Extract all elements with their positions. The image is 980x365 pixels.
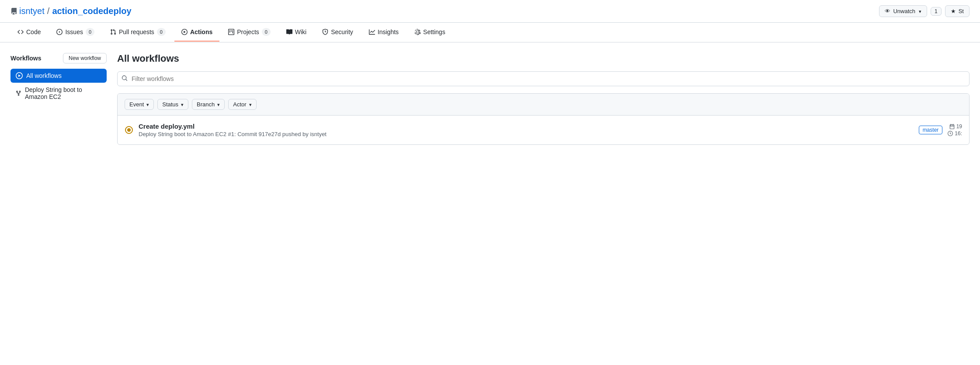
- tab-security[interactable]: Security: [315, 23, 360, 42]
- tab-pull-requests[interactable]: Pull requests 0: [103, 23, 173, 42]
- issue-icon: [56, 29, 63, 35]
- filter-container: [117, 71, 970, 86]
- repo-owner[interactable]: isntyet: [19, 6, 45, 16]
- workflow-meta: 19 16:: [948, 123, 962, 137]
- tab-insights[interactable]: Insights: [362, 23, 406, 42]
- search-icon: [122, 75, 128, 83]
- all-workflows-icon: [16, 72, 23, 79]
- top-bar: isntyet / action_codedeploy 👁 Unwatch 1 …: [0, 0, 980, 23]
- pr-icon: [110, 29, 116, 35]
- pr-badge: 0: [157, 28, 166, 36]
- content-area: All workflows Event Status: [117, 53, 970, 145]
- pending-status-inner: [127, 128, 131, 132]
- event-chevron: [146, 101, 149, 108]
- tab-settings[interactable]: Settings: [407, 23, 452, 42]
- tab-actions-label: Actions: [190, 28, 212, 35]
- star-button[interactable]: ★ St: [945, 5, 970, 17]
- deploy-workflow-label: Deploy String boot to Amazon EC2: [25, 86, 101, 100]
- workflow-info: Create deploy.yml Deploy String boot to …: [139, 123, 914, 137]
- page-title: All workflows: [117, 53, 970, 64]
- unwatch-button[interactable]: 👁 Unwatch: [879, 5, 927, 17]
- event-label: Event: [129, 101, 144, 108]
- calendar-icon: [949, 124, 955, 129]
- status-filter-button[interactable]: Status: [157, 99, 188, 110]
- filter-input[interactable]: [117, 71, 970, 86]
- code-icon: [17, 29, 24, 35]
- tab-insights-label: Insights: [378, 28, 399, 35]
- workflow-name[interactable]: Create deploy.yml: [139, 123, 914, 130]
- branch-chevron: [216, 101, 220, 108]
- branch-label: Branch: [197, 101, 215, 108]
- table-row: Create deploy.yml Deploy String boot to …: [118, 116, 969, 144]
- workflow-table-header: Event Status Branch Actor: [118, 94, 969, 116]
- tab-wiki[interactable]: Wiki: [279, 23, 313, 42]
- star-label: St: [959, 8, 964, 14]
- tab-security-label: Security: [331, 28, 353, 35]
- status-icon: [125, 126, 133, 134]
- repo-separator: /: [47, 6, 50, 16]
- sidebar-header: Workflows New workflow: [10, 53, 107, 63]
- workflow-time-row: 16:: [948, 130, 962, 137]
- repo-title: isntyet / action_codedeploy: [10, 6, 132, 16]
- status-label: Status: [162, 101, 178, 108]
- star-icon: ★: [951, 8, 956, 14]
- pending-status-icon: [125, 126, 133, 134]
- workflow-description: Deploy String boot to Amazon EC2 #1: Com…: [139, 131, 914, 137]
- insights-icon: [369, 29, 375, 35]
- workflow-date: 19: [956, 123, 962, 130]
- sidebar-item-all-workflows[interactable]: All workflows: [10, 69, 107, 83]
- clock-icon: [948, 131, 953, 136]
- tab-projects[interactable]: Projects 0: [221, 23, 278, 42]
- status-chevron: [180, 101, 184, 108]
- workflow-date-row: 19: [949, 123, 962, 130]
- event-filter-button[interactable]: Event: [125, 99, 154, 110]
- issues-badge: 0: [86, 28, 94, 36]
- projects-icon: [228, 29, 234, 35]
- tab-code[interactable]: Code: [10, 23, 48, 42]
- workflows-title: Workflows: [10, 55, 42, 62]
- branch-badge: master: [919, 126, 943, 134]
- tab-issues-label: Issues: [65, 28, 83, 35]
- tab-wiki-label: Wiki: [295, 28, 306, 35]
- workflow-time: 16:: [955, 130, 962, 137]
- actor-label: Actor: [233, 101, 246, 108]
- unwatch-chevron: [918, 8, 921, 14]
- all-workflows-label: All workflows: [26, 72, 62, 79]
- sidebar: Workflows New workflow All workflows Dep…: [10, 53, 107, 145]
- tab-issues[interactable]: Issues 0: [49, 23, 101, 42]
- repo-icon: [10, 8, 17, 15]
- projects-badge: 0: [262, 28, 271, 36]
- tab-pr-label: Pull requests: [119, 28, 154, 35]
- unwatch-label: Unwatch: [893, 8, 915, 14]
- workflow-table: Event Status Branch Actor: [117, 93, 970, 145]
- main-layout: Workflows New workflow All workflows Dep…: [0, 42, 980, 155]
- tab-projects-label: Projects: [237, 28, 259, 35]
- eye-icon: 👁: [885, 8, 890, 14]
- actor-chevron: [248, 101, 252, 108]
- branch-filter-button[interactable]: Branch: [192, 99, 225, 110]
- sidebar-item-deploy[interactable]: Deploy String boot to Amazon EC2: [10, 83, 107, 104]
- wiki-icon: [286, 29, 292, 35]
- actions-icon: [181, 29, 188, 35]
- top-bar-actions: 👁 Unwatch 1 ★ St: [879, 5, 970, 17]
- security-icon: [322, 29, 328, 35]
- filter-wrapper: [117, 71, 970, 86]
- tab-actions[interactable]: Actions: [174, 23, 219, 42]
- watch-count: 1: [931, 7, 942, 16]
- tab-settings-label: Settings: [423, 28, 445, 35]
- actor-filter-button[interactable]: Actor: [228, 99, 256, 110]
- settings-icon: [414, 29, 420, 35]
- workflow-icon: [16, 90, 21, 97]
- new-workflow-button[interactable]: New workflow: [63, 53, 107, 63]
- nav-tabs: Code Issues 0 Pull requests 0 Actions Pr…: [0, 23, 980, 42]
- tab-code-label: Code: [26, 28, 41, 35]
- repo-name[interactable]: action_codedeploy: [52, 6, 131, 16]
